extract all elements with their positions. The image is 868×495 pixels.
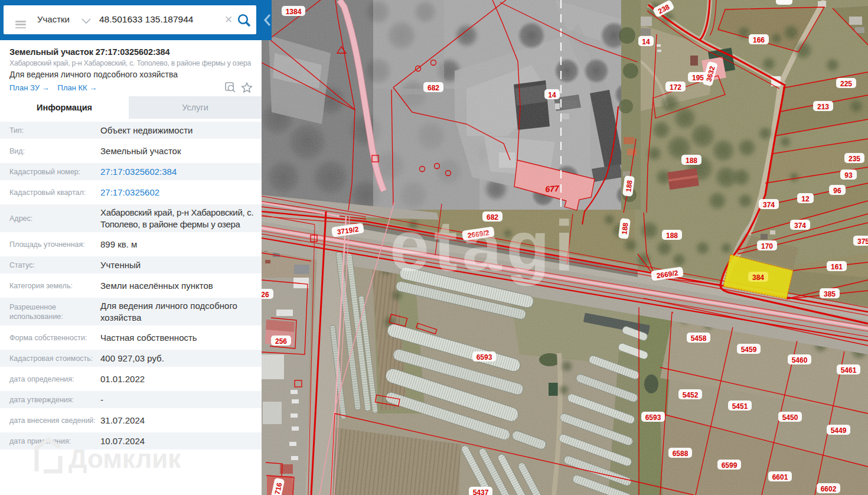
svg-text:5458: 5458 [691,334,707,343]
svg-text:5437: 5437 [473,489,489,495]
svg-text:213: 213 [817,103,829,111]
svg-text:96: 96 [833,187,841,195]
svg-text:166: 166 [753,36,765,44]
svg-text:12: 12 [801,195,810,203]
svg-text:188: 188 [620,222,629,235]
svg-text:172: 172 [670,83,681,92]
svg-text:6601: 6601 [772,473,788,481]
svg-text:5460: 5460 [792,356,808,364]
svg-text:etagi: etagi [390,206,579,286]
svg-text:170: 170 [761,242,773,250]
svg-text:14: 14 [548,91,556,99]
svg-text:Домклик: Домклик [68,444,181,473]
svg-text:677: 677 [545,184,560,194]
svg-text:195: 195 [692,74,704,82]
svg-text:385: 385 [824,290,836,298]
svg-text:26: 26 [262,291,269,299]
svg-text:6588: 6588 [673,450,688,458]
svg-text:5459: 5459 [741,346,757,354]
svg-text:5449: 5449 [831,426,847,435]
svg-text:6602: 6602 [821,485,837,493]
svg-text:235: 235 [849,155,860,163]
svg-text:93: 93 [844,171,853,180]
svg-text:188: 188 [686,157,697,165]
svg-text:188: 188 [624,180,634,193]
svg-text:384: 384 [752,273,764,282]
svg-text:1384: 1384 [286,8,302,16]
svg-text:374: 374 [763,201,775,209]
svg-text:374: 374 [794,222,806,230]
svg-text:5461: 5461 [841,366,857,374]
svg-text:682: 682 [428,84,439,92]
svg-text:6593: 6593 [645,413,661,422]
svg-text:161: 161 [831,263,843,271]
svg-text:375: 375 [857,237,868,246]
svg-text:5451: 5451 [732,402,748,411]
svg-text:188: 188 [666,232,678,240]
svg-text:225: 225 [840,80,852,88]
svg-text:5452: 5452 [683,391,699,399]
svg-text:14: 14 [642,38,650,46]
svg-text:5450: 5450 [782,413,798,422]
svg-text:256: 256 [275,337,287,346]
svg-text:6593: 6593 [477,353,492,362]
svg-text:6599: 6599 [722,461,738,470]
